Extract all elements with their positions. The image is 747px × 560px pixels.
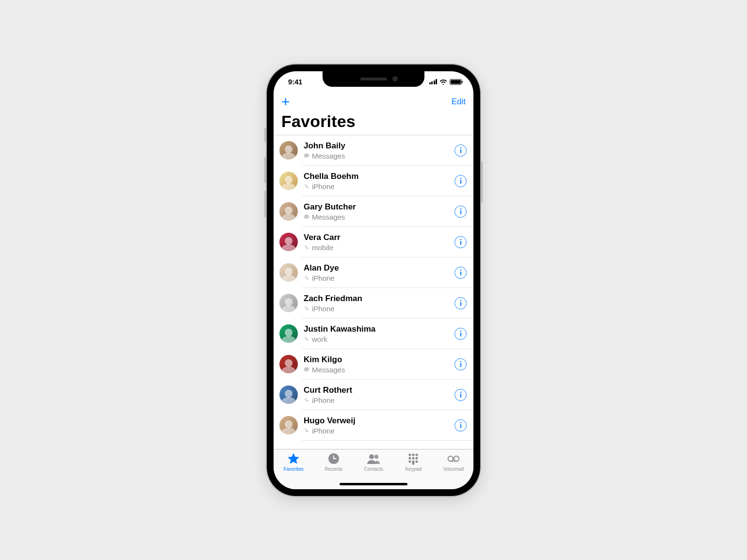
phone-icon (304, 397, 309, 403)
svg-rect-1 (460, 149, 461, 153)
favorite-type-label: iPhone (312, 304, 335, 313)
favorite-type-label: Messages (312, 366, 345, 374)
svg-point-31 (416, 460, 418, 463)
info-button[interactable] (455, 175, 467, 187)
status-time: 9:41 (285, 78, 302, 86)
favorite-row[interactable]: Justin Kawashimawork (274, 319, 473, 349)
tab-voicemail[interactable]: Voicemail (434, 452, 473, 489)
home-indicator[interactable] (340, 483, 407, 485)
svg-point-18 (460, 422, 461, 424)
favorite-subtitle: work (304, 335, 455, 343)
add-button[interactable]: + (281, 95, 290, 109)
favorite-row[interactable]: Gary ButcherMessages (274, 196, 473, 227)
favorite-subtitle: iPhone (304, 304, 455, 313)
avatar (279, 355, 298, 373)
mute-switch (264, 128, 267, 142)
avatar (279, 324, 298, 343)
speaker (360, 78, 387, 80)
favorite-main: Kim KilgoMessages (304, 354, 455, 374)
phone-icon (304, 428, 309, 433)
wifi-icon (439, 79, 447, 85)
svg-rect-3 (460, 180, 461, 184)
svg-point-2 (460, 178, 461, 179)
favorite-row[interactable]: John BailyMessages (274, 135, 473, 166)
favorite-row[interactable]: Hugo VerweijiPhone (274, 410, 473, 441)
favorite-main: John BailyMessages (304, 141, 455, 160)
svg-rect-19 (460, 424, 461, 428)
favorite-name: John Baily (304, 141, 455, 151)
favorite-subtitle: iPhone (304, 182, 455, 191)
favorite-subtitle: Messages (304, 152, 455, 160)
favorite-row[interactable]: Kim KilgoMessages (274, 349, 473, 380)
favorite-main: Hugo VerweijiPhone (304, 416, 455, 435)
message-icon (304, 153, 309, 159)
svg-rect-9 (460, 272, 461, 275)
favorite-name: Justin Kawashima (304, 324, 455, 334)
phone-icon (304, 336, 309, 342)
favorite-main: Chella BoehmiPhone (304, 171, 455, 191)
favorite-row[interactable]: Zach FriedmaniPhone (274, 288, 473, 319)
svg-rect-5 (460, 210, 461, 214)
favorite-type-label: iPhone (312, 396, 335, 404)
svg-point-6 (460, 239, 461, 240)
svg-rect-7 (460, 241, 461, 245)
favorite-subtitle: mobile (304, 243, 455, 252)
phone-frame: 9:41 + Edit Favorites John BailyMessages… (267, 64, 480, 496)
info-button[interactable] (455, 236, 467, 248)
svg-point-0 (460, 147, 461, 149)
plus-icon: + (281, 94, 290, 110)
favorite-type-label: iPhone (312, 427, 335, 435)
avatar (279, 141, 298, 160)
info-button[interactable] (455, 389, 467, 401)
status-indicators (429, 79, 462, 85)
favorite-name: Gary Butcher (304, 202, 455, 212)
favorite-name: Zach Friedman (304, 293, 455, 304)
voicemail-icon (447, 452, 460, 465)
svg-point-26 (409, 457, 411, 459)
info-button[interactable] (455, 267, 467, 279)
svg-point-22 (374, 454, 378, 458)
favorite-main: Justin Kawashimawork (304, 324, 455, 343)
svg-point-25 (416, 453, 418, 456)
info-button[interactable] (455, 144, 467, 157)
svg-point-24 (412, 453, 415, 456)
favorite-subtitle: iPhone (304, 427, 455, 435)
phone-icon (304, 244, 309, 250)
tab-favorites[interactable]: Favorites (274, 452, 313, 489)
edit-button[interactable]: Edit (452, 97, 466, 107)
favorite-subtitle: iPhone (304, 396, 455, 404)
avatar (279, 233, 298, 251)
avatar (279, 294, 298, 312)
favorite-row[interactable]: Vera Carrmobile (274, 227, 473, 257)
favorite-row[interactable]: Alan DyeiPhone (274, 257, 473, 288)
info-button[interactable] (455, 297, 467, 309)
info-button[interactable] (455, 328, 467, 340)
svg-point-32 (412, 462, 415, 464)
favorite-subtitle: iPhone (304, 274, 455, 282)
favorites-list[interactable]: John BailyMessagesChella BoehmiPhoneGary… (274, 135, 473, 449)
favorite-main: Curt RothertiPhone (304, 385, 455, 404)
favorite-row[interactable]: Curt RothertiPhone (274, 380, 473, 410)
svg-point-8 (460, 270, 461, 271)
info-button[interactable] (455, 206, 467, 218)
avatar (279, 385, 298, 404)
notch (323, 71, 424, 87)
contacts-icon (367, 452, 380, 465)
avatar (279, 172, 298, 190)
info-button[interactable] (455, 358, 467, 370)
favorite-main: Vera Carrmobile (304, 232, 455, 252)
favorite-name: Alan Dye (304, 263, 455, 273)
front-camera (392, 76, 398, 81)
svg-point-29 (409, 460, 411, 463)
svg-point-28 (416, 457, 418, 459)
avatar (279, 202, 298, 221)
svg-point-33 (448, 456, 453, 461)
favorite-type-label: iPhone (312, 274, 335, 282)
favorite-type-label: iPhone (312, 182, 335, 191)
tab-label: Contacts (364, 466, 383, 472)
svg-point-27 (412, 457, 415, 459)
favorite-row[interactable]: Chella BoehmiPhone (274, 166, 473, 196)
favorite-name: Curt Rothert (304, 385, 455, 395)
info-button[interactable] (455, 419, 467, 432)
recents-icon (327, 452, 341, 465)
